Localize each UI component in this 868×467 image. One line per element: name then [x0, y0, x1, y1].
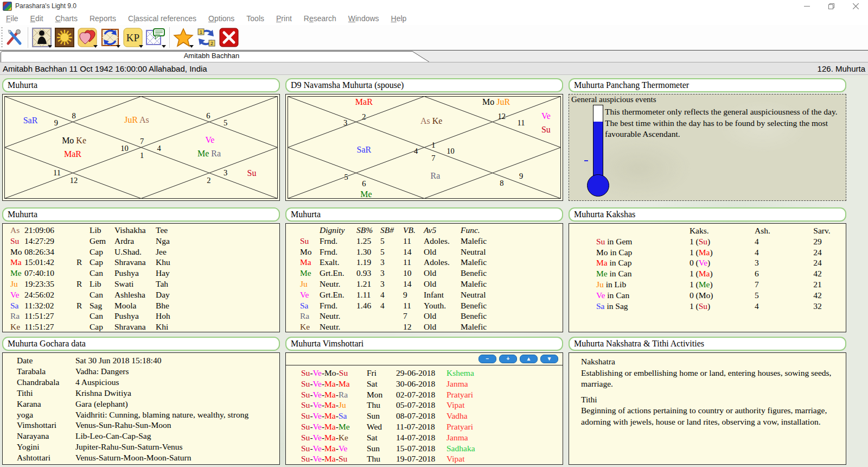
vimshottari-row[interactable]: Su-Ve-Ma-KeSat14-07-2018Janma: [301, 432, 506, 443]
house-number: 6: [206, 111, 210, 121]
chart-notes-icon[interactable]: [145, 27, 167, 48]
planet-Ma: MaR: [64, 149, 81, 159]
toolbar-separator: [169, 27, 170, 48]
panel-muhurta-dignity: Muhurta DignitySB%SB#VB.Av5Func.SuFrnd.1…: [285, 207, 563, 332]
worksheet-name: 126. Muhurta: [818, 64, 865, 73]
vimshottari-row[interactable]: Su-Ve-Ma-SuThu19-07-2018Vipat: [301, 453, 506, 464]
menu-research[interactable]: Research: [298, 14, 342, 23]
dignity-row: SuFrnd.1.25511Adoles.Malefic: [300, 236, 499, 247]
chart-person-info: Amitabh Bachhan 11 Oct 1942 16:00:00 All…: [3, 64, 207, 73]
panel-gochara-data: Muhurta Gochara data DateSat 30 Jun 2018…: [2, 337, 280, 465]
panel-nakshatra-tithi-activities: Muhurta Nakshatra & Tithi Activities Nak…: [569, 337, 846, 465]
vimshottari-row[interactable]: Su-Ve-Ma-VeSun15-07-2018Sadhaka: [301, 443, 506, 454]
natal-chart-icon[interactable]: [31, 27, 53, 48]
panel-muhurta-vimshottari: Muhurta Vimshottari −+▲▼Su-Ve-Mo-SuFri29…: [285, 337, 563, 465]
close-button[interactable]: [844, 0, 868, 12]
dropdown-arrow-icon[interactable]: [162, 45, 166, 48]
panel-d9-navamsha-chart: D9 Navamsha Muhurta (spouse) 23121114107…: [285, 78, 563, 201]
gochara-row: TarabalaVadha: Dangers: [17, 366, 279, 377]
positions-row: Sa11:32:02RSagMoolaBhe: [10, 300, 188, 311]
scroll-up-button[interactable]: ▲: [520, 355, 538, 363]
window-title: Parashara's Light 9.0: [15, 2, 76, 10]
workspace: Muhurta 986571041111223SaRJuR AsMo KeMaR…: [0, 75, 868, 467]
compatibility-hearts-icon[interactable]: [76, 27, 98, 48]
planet-label: As Ke: [420, 116, 442, 126]
info-bar: Amitabh Bachhan 11 Oct 1942 16:00:00 All…: [0, 62, 868, 75]
toolbar-separator: [28, 27, 28, 48]
house-number: 7: [431, 154, 435, 163]
dropdown-arrow-icon[interactable]: [189, 45, 194, 48]
house-number: 1: [140, 151, 144, 160]
toolbar-grip[interactable]: [1, 27, 3, 48]
svg-text:2: 2: [210, 41, 213, 46]
panel-title: D9 Navamsha Muhurta (spouse): [285, 78, 563, 92]
gochara-row: VimshottariVenus-Sun-Rahu-Sun-Moon: [17, 420, 279, 431]
chart-cycle-icon[interactable]: [99, 27, 121, 48]
menu-bar: FileEditChartsReportsClassical reference…: [0, 12, 868, 25]
panel-title: Muhurta Nakshatra & Tithi Activities: [569, 337, 846, 351]
positions-row: Mo08:26:34CapU.Shad.Jee: [10, 247, 188, 257]
planet-Mo: Mo: [62, 136, 74, 145]
menu-charts[interactable]: Charts: [49, 14, 84, 23]
house-number: 2: [362, 112, 366, 121]
minimize-button[interactable]: [795, 0, 819, 12]
menu-windows[interactable]: Windows: [342, 14, 385, 23]
gochara-row: TithiKrishna Dwitiya: [17, 388, 279, 399]
sun-icon[interactable]: [54, 27, 75, 48]
vimshottari-row[interactable]: Su-Ve-Ma-RaMon02-07-2018Pratyari: [301, 389, 506, 400]
planet-Me: Me: [360, 190, 372, 199]
panel-muhurta-positions: Muhurta As21:09:06LibVishakhaTeeSu14:27:…: [2, 207, 280, 332]
scroll-down-button[interactable]: ▼: [540, 355, 558, 363]
dignity-row: RaNeutr.7OldBenefic: [300, 311, 499, 321]
dignity-row: MoFrnd.1.30514OldNeutral: [300, 247, 499, 257]
tab-amitabh-bachhan[interactable]: Amitabh Bachhan: [0, 51, 434, 62]
dropdown-arrow-icon[interactable]: [116, 45, 120, 48]
positions-row: Ke11:51:27CapShravanaKhi: [10, 321, 188, 332]
gochara-row: NarayanaLib-Leo-Can-Cap-Sag: [17, 431, 279, 441]
menu-tools[interactable]: Tools: [240, 14, 270, 23]
d9-navamsha-chart: 231211141075698MaRMo JuRAs KeVeSuSaRRaMe: [286, 94, 563, 200]
swap-charts-icon[interactable]: 12: [195, 27, 217, 48]
gochara-table: DateSat 30 Jun 2018 15:18:40TarabalaVadh…: [17, 355, 279, 463]
planet-label: Me: [360, 190, 372, 199]
menu-help[interactable]: Help: [385, 14, 413, 23]
close-red-icon[interactable]: [218, 27, 240, 48]
house-number: 11: [518, 118, 525, 127]
house-number: 8: [500, 178, 503, 187]
menu-options[interactable]: Options: [202, 14, 240, 23]
dignity-row: VeGrt.En.1.1149InfantNeutral: [300, 289, 499, 300]
panel-title: Muhurta: [2, 207, 280, 222]
menu-reports[interactable]: Reports: [84, 14, 122, 23]
menu-edit[interactable]: Edit: [24, 14, 49, 23]
dropdown-arrow-icon[interactable]: [139, 45, 143, 48]
thermometer-tube: [593, 105, 603, 181]
nakshatra-text: Establishing or embellishing home or lan…: [581, 368, 840, 390]
planet-Ju: JuR: [494, 97, 510, 106]
menu-file[interactable]: File: [0, 14, 24, 23]
dropdown-arrow-icon[interactable]: [93, 45, 98, 48]
vimshottari-row[interactable]: Su-Ve-Ma-SaSun08-07-2018Vadha: [301, 411, 506, 421]
house-number: 1: [431, 140, 435, 149]
zoom-in-button[interactable]: +: [499, 355, 517, 363]
vimshottari-row[interactable]: Su-Ve-Ma-MaSat30-06-2018Janma: [301, 378, 506, 389]
menu-print[interactable]: Print: [270, 14, 298, 23]
zoom-out-button[interactable]: −: [478, 355, 496, 363]
menu-classical-references[interactable]: Classical references: [122, 14, 202, 23]
favorites-star-icon[interactable]: [173, 27, 194, 48]
restore-button[interactable]: [819, 0, 844, 12]
dropdown-arrow-icon[interactable]: [48, 45, 52, 48]
planet-Sa: SaR: [356, 145, 371, 154]
dignity-table: DignitySB%SB#VB.Av5Func.SuFrnd.1.25511Ad…: [300, 225, 499, 332]
vimshottari-row[interactable]: Su-Ve-Ma-MeWed11-07-2018Pratyari: [301, 421, 506, 432]
vimshottari-row[interactable]: Su-Ve-Ma-JuThu05-07-2018Vipat: [301, 400, 506, 411]
planet-As: As: [420, 116, 430, 125]
gochara-row: DateSat 30 Jun 2018 15:18:40: [17, 355, 279, 366]
house-number: 9: [54, 118, 58, 127]
positions-row: Ju19:23:35RLibSwatiTah: [10, 279, 188, 289]
kp-icon[interactable]: KP: [122, 27, 144, 48]
tools-icon[interactable]: [3, 27, 25, 48]
house-number: 10: [120, 144, 129, 153]
vimshottari-row[interactable]: Su-Ve-Mo-SuFri29-06-2018Kshema: [301, 368, 506, 378]
kakshas-header-row: Kaks.Ash.Sarv.: [596, 225, 846, 236]
tab-label: Amitabh Bachhan: [0, 52, 423, 60]
